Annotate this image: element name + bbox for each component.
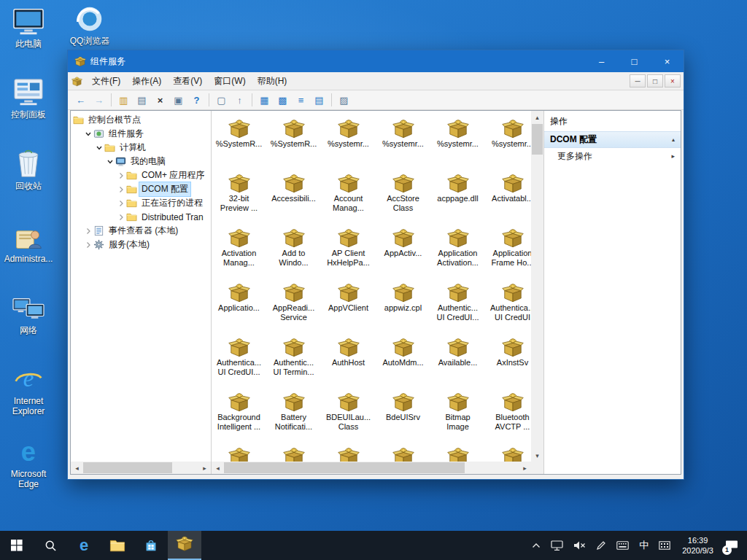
tree-horizontal-scrollbar[interactable]: ◂ ▸	[71, 462, 211, 474]
horizontal-scrollbar[interactable]: ◂ ▸	[212, 462, 531, 474]
dcom-item[interactable]	[376, 445, 430, 462]
dcom-item[interactable]: %systemr...	[321, 117, 376, 171]
tree-item-running-processes[interactable]: 正在运行的进程	[71, 196, 211, 210]
dcom-item[interactable]: %SystemR...	[212, 117, 266, 171]
dcom-item[interactable]: ApplicationActivation...	[430, 226, 485, 281]
expand-arrow-icon[interactable]	[116, 186, 125, 193]
scrollbar-thumb[interactable]	[224, 462, 465, 473]
dcom-item[interactable]: Activatabl...	[485, 171, 531, 226]
taskbar-edge-button[interactable]: e	[67, 531, 101, 560]
export-list-button[interactable]: ▤	[133, 92, 150, 108]
dcom-item[interactable]: %systemr...	[376, 117, 430, 171]
dcom-item[interactable]	[212, 445, 266, 462]
taskbar-component-services-button[interactable]	[168, 531, 201, 560]
dcom-item[interactable]: BDEUILau...Class	[321, 390, 376, 445]
touch-keyboard-button[interactable]	[654, 531, 676, 560]
menu-action[interactable]: 操作(A)	[126, 72, 167, 90]
dcom-item[interactable]: AppVClient	[321, 281, 376, 335]
dcom-item[interactable]: AuthHost	[321, 335, 376, 390]
collapse-section-icon[interactable]: ▴	[672, 136, 675, 143]
view-details-button[interactable]: ▤	[311, 92, 328, 108]
dcom-item[interactable]: Accessibili...	[266, 171, 321, 226]
tree-item-com-plus-applications[interactable]: COM+ 应用程序	[71, 168, 211, 182]
customize-button[interactable]: ▨	[336, 92, 352, 108]
tree-item-my-computer[interactable]: 我的电脑	[71, 155, 211, 168]
dcom-item[interactable]: BitmapImage	[430, 390, 485, 445]
clock[interactable]: 16:39 2020/9/3	[676, 531, 720, 560]
help-button[interactable]: ?	[188, 92, 205, 108]
notification-center-button[interactable]: 1	[720, 531, 743, 560]
dcom-item[interactable]: BluetoothAVCTP ...	[485, 390, 531, 445]
keyboard-icon[interactable]	[611, 531, 634, 560]
new-window-button[interactable]: ▢	[213, 92, 230, 108]
dcom-item[interactable]: BatteryNotificati...	[266, 390, 321, 445]
actions-section-dcom-config[interactable]: DCOM 配置 ▴	[544, 131, 681, 148]
desktop-icon-network[interactable]: 网络	[1, 292, 55, 335]
dcom-item[interactable]: Add toWindo...	[266, 226, 321, 281]
tree-item-distributed-transaction[interactable]: Distributed Tran	[71, 210, 211, 224]
scroll-right-icon[interactable]: ▸	[198, 462, 211, 474]
tree-item-event-viewer[interactable]: 事件查看器 (本地)	[71, 224, 211, 238]
menu-file[interactable]: 文件(F)	[86, 72, 126, 90]
minimize-button[interactable]: –	[585, 50, 618, 72]
desktop-icon-internet-explorer[interactable]: eInternet Explorer	[1, 363, 55, 416]
tree-item-component-services[interactable]: 组件服务	[71, 127, 211, 141]
desktop-icon-microsoft-edge[interactable]: eMicrosoft Edge	[1, 436, 55, 489]
dcom-item[interactable]	[430, 445, 485, 462]
dcom-item[interactable]: AccStoreClass	[376, 171, 430, 226]
back-button[interactable]: ←	[72, 92, 89, 108]
taskbar-store-button[interactable]	[134, 531, 168, 560]
desktop-icon-qq-browser[interactable]: QQ浏览器	[63, 3, 117, 46]
menu-help[interactable]: 帮助(H)	[252, 72, 293, 90]
dcom-item[interactable]: Authentic...UI Termin...	[266, 335, 321, 390]
vertical-scrollbar[interactable]: ▴ ▾	[531, 111, 543, 462]
dcom-item[interactable]: AccountManag...	[321, 171, 376, 226]
more-actions-item[interactable]: 更多操作 ▸	[544, 148, 681, 164]
scrollbar-thumb[interactable]	[83, 462, 172, 473]
expand-arrow-icon[interactable]	[116, 214, 125, 221]
dcom-item[interactable]	[485, 445, 531, 462]
network-status-icon[interactable]	[546, 531, 568, 560]
collapse-arrow-icon[interactable]	[83, 131, 93, 138]
taskbar-file-explorer-button[interactable]	[101, 531, 134, 560]
tree-item-console-root[interactable]: 控制台根节点	[71, 113, 211, 127]
scroll-down-icon[interactable]: ▾	[531, 449, 543, 462]
dcom-item[interactable]: Authentic...UI CredUI...	[430, 281, 485, 335]
mdi-minimize-button[interactable]: ─	[630, 74, 646, 88]
expand-arrow-icon[interactable]	[116, 172, 125, 179]
hidden-icons-button[interactable]	[527, 531, 546, 560]
dcom-item[interactable]: Applicatio...	[212, 281, 266, 335]
tree-item-dcom-config[interactable]: DCOM 配置	[71, 182, 211, 196]
dcom-item[interactable]: AP ClientHxHelpPa...	[321, 226, 376, 281]
collapse-arrow-icon[interactable]	[94, 144, 104, 152]
dcom-item[interactable]: Authentica...UI CredUI...	[212, 335, 266, 390]
dcom-item[interactable]: ApplicationFrame Ho...	[485, 226, 531, 281]
start-button[interactable]	[0, 531, 34, 560]
dcom-item[interactable]: appwiz.cpl	[376, 281, 430, 335]
view-list-button[interactable]: ≡	[293, 92, 309, 108]
collapse-arrow-icon[interactable]	[105, 158, 115, 166]
dcom-item[interactable]: acppage.dll	[430, 171, 485, 226]
menu-window[interactable]: 窗口(W)	[208, 72, 251, 90]
dcom-item[interactable]: ActivationManag...	[212, 226, 266, 281]
dcom-item[interactable]: 32-bitPreview ...	[212, 171, 266, 226]
scroll-up-icon[interactable]: ▴	[531, 111, 543, 123]
view-large-icons-button[interactable]: ▦	[256, 92, 273, 108]
dcom-item[interactable]: AppReadi...Service	[266, 281, 321, 335]
expand-arrow-icon[interactable]	[83, 228, 93, 235]
scroll-left-icon[interactable]: ◂	[212, 462, 224, 474]
properties-button[interactable]: ▣	[170, 92, 187, 108]
forward-button[interactable]: →	[90, 92, 107, 108]
window-titlebar[interactable]: 组件服务 – □ ×	[68, 50, 684, 72]
dcom-item[interactable]: %SystemR...	[266, 117, 321, 171]
expand-arrow-icon[interactable]	[116, 200, 125, 207]
desktop-icon-this-pc[interactable]: 此电脑	[1, 6, 55, 49]
dcom-item[interactable]: AutoMdm...	[376, 335, 430, 390]
mdi-restore-button[interactable]: □	[647, 74, 663, 88]
tree-item-services-local[interactable]: 服务(本地)	[71, 238, 211, 252]
dcom-item[interactable]: BdeUISrv	[376, 390, 430, 445]
dcom-item[interactable]: BackgroundIntelligent ...	[212, 390, 266, 445]
dcom-item[interactable]: AppActiv...	[376, 226, 430, 281]
dcom-item[interactable]: %systemr...	[430, 117, 485, 171]
desktop-icon-administrator[interactable]: Administra...	[1, 221, 55, 264]
